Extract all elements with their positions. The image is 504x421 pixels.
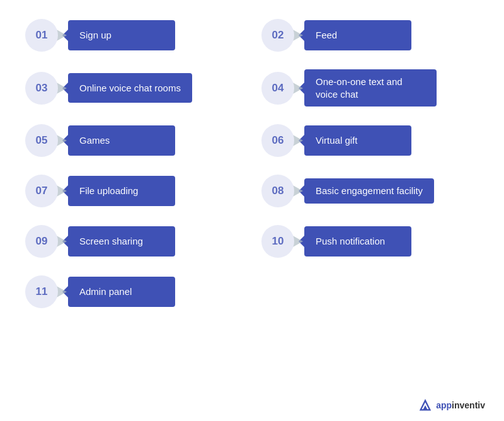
label-box-02: Feed: [304, 20, 411, 50]
number-circle-01: 01: [25, 19, 58, 52]
feature-item-09: 09 Screen sharing: [25, 225, 243, 258]
label-box-07: File uploading: [68, 176, 175, 206]
brand-logo: [418, 398, 432, 412]
label-box-10: Push notification: [304, 226, 411, 257]
label-box-05: Games: [68, 125, 175, 156]
label-box-11: Admin panel: [68, 277, 175, 307]
feature-item-10: 10 Push notification: [261, 225, 479, 258]
number-circle-11: 11: [25, 275, 58, 308]
feature-item-03: 03 Online voice chat rooms: [25, 69, 243, 107]
feature-item-11: 11 Admin panel: [25, 275, 243, 308]
label-box-01: Sign up: [68, 20, 175, 50]
label-box-04: One-on-one text and voice chat: [304, 69, 437, 107]
branding: appinventiv: [418, 398, 485, 412]
number-circle-05: 05: [25, 124, 58, 157]
number-circle-03: 03: [25, 72, 58, 105]
svg-marker-12: [423, 405, 428, 410]
label-box-09: Screen sharing: [68, 226, 175, 257]
feature-grid: 01 Sign up 02 Feed 03 Online voice chat …: [0, 0, 504, 321]
label-box-06: Virtual gift: [304, 125, 411, 156]
number-circle-09: 09: [25, 225, 58, 258]
label-box-08: Basic engagement facility: [304, 178, 434, 204]
feature-item-01: 01 Sign up: [25, 19, 243, 52]
number-circle-04: 04: [261, 72, 294, 105]
number-circle-02: 02: [261, 19, 294, 52]
feature-item-04: 04 One-on-one text and voice chat: [261, 69, 479, 107]
feature-item-06: 06 Virtual gift: [261, 124, 479, 157]
brand-name: appinventiv: [436, 400, 485, 410]
feature-item-05: 05 Games: [25, 124, 243, 157]
number-circle-06: 06: [261, 124, 294, 157]
label-box-03: Online voice chat rooms: [68, 73, 192, 103]
number-circle-08: 08: [261, 175, 294, 207]
feature-item-07: 07 File uploading: [25, 175, 243, 207]
feature-item-08: 08 Basic engagement facility: [261, 175, 479, 207]
number-circle-07: 07: [25, 175, 58, 207]
feature-item-02: 02 Feed: [261, 19, 479, 52]
number-circle-10: 10: [261, 225, 294, 258]
